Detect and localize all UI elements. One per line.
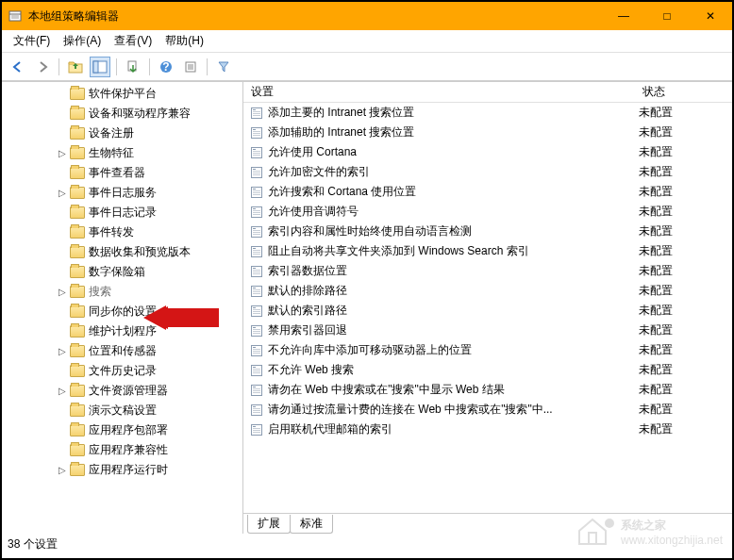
expander-collapsed-icon[interactable]: ▷ bbox=[57, 346, 68, 356]
tree-item[interactable]: ▷文件资源管理器 bbox=[2, 381, 242, 401]
tree-item[interactable]: 应用程序兼容性 bbox=[2, 440, 242, 460]
tree-item-label: 同步你的设置 bbox=[89, 304, 157, 320]
policy-setting-icon bbox=[249, 264, 264, 279]
svg-rect-68 bbox=[253, 313, 260, 314]
list-row[interactable]: 请勿通过按流量计费的连接在 Web 中搜索或在"搜索"中...未配置 bbox=[243, 400, 732, 420]
up-folder-button[interactable] bbox=[65, 57, 86, 77]
svg-rect-83 bbox=[253, 372, 260, 373]
tab-standard[interactable]: 标准 bbox=[290, 515, 333, 534]
maximize-button[interactable]: □ bbox=[645, 2, 689, 30]
tree-item[interactable]: ▷位置和传感器 bbox=[2, 341, 242, 361]
tree-item[interactable]: 文件历史记录 bbox=[2, 361, 242, 381]
list-row[interactable]: 阻止自动将共享文件夹添加到 Windows Search 索引未配置 bbox=[243, 241, 732, 261]
tree-item[interactable]: ▷生物特征 bbox=[2, 143, 242, 163]
tab-extended[interactable]: 扩展 bbox=[247, 515, 291, 534]
list-row[interactable]: 允许搜索和 Cortana 使用位置未配置 bbox=[243, 182, 732, 202]
list-row[interactable]: 允许使用音调符号未配置 bbox=[243, 202, 732, 222]
tree-item[interactable]: 维护计划程序 bbox=[2, 321, 242, 341]
folder-icon bbox=[70, 305, 85, 318]
forward-button[interactable] bbox=[32, 57, 53, 77]
expander-collapsed-icon[interactable]: ▷ bbox=[57, 287, 68, 297]
svg-rect-20 bbox=[253, 129, 256, 130]
filter-button[interactable] bbox=[213, 57, 234, 77]
list-row[interactable]: 允许加密文件的索引未配置 bbox=[243, 162, 732, 182]
menu-view[interactable]: 查看(V) bbox=[108, 31, 158, 51]
svg-rect-25 bbox=[253, 149, 256, 150]
svg-rect-6 bbox=[93, 61, 98, 73]
expander-collapsed-icon[interactable]: ▷ bbox=[57, 188, 68, 198]
svg-rect-65 bbox=[253, 307, 256, 308]
tree-item[interactable]: 数字保险箱 bbox=[2, 262, 242, 282]
minimize-button[interactable]: — bbox=[602, 2, 645, 30]
expander-collapsed-icon[interactable]: ▷ bbox=[57, 386, 68, 396]
svg-rect-46 bbox=[253, 230, 260, 231]
policy-setting-icon bbox=[249, 323, 264, 338]
properties-button[interactable] bbox=[180, 57, 201, 77]
list-row[interactable]: 禁用索引器回退未配置 bbox=[243, 321, 732, 340]
tree-item-label: 事件日志记录 bbox=[89, 205, 157, 221]
svg-rect-98 bbox=[253, 432, 260, 433]
tree-item[interactable]: 演示文稿设置 bbox=[2, 401, 242, 420]
setting-name: 添加辅助的 Intranet 搜索位置 bbox=[268, 124, 639, 140]
svg-rect-87 bbox=[253, 390, 260, 391]
show-tree-button[interactable] bbox=[90, 57, 110, 77]
setting-status: 未配置 bbox=[639, 204, 695, 220]
setting-status: 未配置 bbox=[639, 164, 695, 180]
export-list-button[interactable] bbox=[123, 57, 143, 77]
close-button[interactable]: ✕ bbox=[689, 2, 732, 30]
tree-item[interactable]: ▷事件日志服务 bbox=[2, 183, 242, 203]
help-button[interactable]: ? bbox=[156, 57, 176, 77]
titlebar: 本地组策略编辑器 — □ ✕ bbox=[2, 2, 732, 30]
svg-rect-33 bbox=[253, 174, 260, 175]
setting-status: 未配置 bbox=[639, 124, 695, 140]
svg-rect-93 bbox=[253, 412, 260, 413]
svg-rect-56 bbox=[253, 270, 260, 271]
svg-text:?: ? bbox=[162, 60, 169, 74]
list-row[interactable]: 默认的索引路径未配置 bbox=[243, 301, 732, 321]
list-row[interactable]: 不允许向库中添加可移动驱动器上的位置未配置 bbox=[243, 340, 732, 360]
back-button[interactable] bbox=[8, 57, 28, 77]
tree-item-label: 演示文稿设置 bbox=[89, 403, 157, 419]
list-row[interactable]: 添加主要的 Intranet 搜索位置未配置 bbox=[243, 103, 732, 123]
tree-item-label: 设备注册 bbox=[89, 125, 134, 141]
column-header-setting[interactable]: 设置 bbox=[243, 84, 635, 100]
policy-setting-icon bbox=[249, 284, 264, 299]
tree-item[interactable]: 设备和驱动程序兼容 bbox=[2, 104, 242, 124]
list-row[interactable]: 索引器数据位置未配置 bbox=[243, 261, 732, 281]
list-row[interactable]: 启用联机代理邮箱的索引未配置 bbox=[243, 420, 732, 439]
tree-item[interactable]: ▷搜索 bbox=[2, 282, 242, 302]
list-row[interactable]: 允许使用 Cortana未配置 bbox=[243, 142, 732, 162]
setting-status: 未配置 bbox=[639, 342, 695, 358]
list-row[interactable]: 索引内容和属性时始终使用自动语言检测未配置 bbox=[243, 222, 732, 241]
tree-item[interactable]: 同步你的设置 bbox=[2, 302, 242, 321]
tree-item[interactable]: 数据收集和预览版本 bbox=[2, 242, 242, 262]
tree-scroll[interactable]: 软件保护平台设备和驱动程序兼容设备注册▷生物特征事件查看器▷事件日志服务事件日志… bbox=[2, 82, 242, 534]
column-header-status[interactable]: 状态 bbox=[635, 84, 692, 100]
svg-rect-21 bbox=[253, 131, 260, 132]
tree-item[interactable]: ▷应用程序运行时 bbox=[2, 460, 242, 480]
list-row[interactable]: 默认的排除路径未配置 bbox=[243, 281, 732, 301]
tree-item[interactable]: 设备注册 bbox=[2, 124, 242, 143]
tabs-strip: 扩展 标准 bbox=[243, 513, 732, 534]
svg-rect-37 bbox=[253, 192, 260, 193]
setting-name: 阻止自动将共享文件夹添加到 Windows Search 索引 bbox=[268, 243, 639, 259]
folder-icon bbox=[70, 365, 85, 377]
expander-collapsed-icon[interactable]: ▷ bbox=[57, 148, 68, 158]
menu-help[interactable]: 帮助(H) bbox=[159, 31, 209, 51]
tree-item[interactable]: 应用程序包部署 bbox=[2, 420, 242, 440]
tree-item-label: 应用程序包部署 bbox=[89, 422, 168, 438]
svg-rect-85 bbox=[253, 387, 256, 387]
list-body[interactable]: 添加主要的 Intranet 搜索位置未配置添加辅助的 Intranet 搜索位… bbox=[243, 103, 732, 513]
menu-file[interactable]: 文件(F) bbox=[8, 31, 56, 51]
expander-collapsed-icon[interactable]: ▷ bbox=[57, 465, 68, 475]
menu-action[interactable]: 操作(A) bbox=[58, 31, 107, 51]
tree-item-label: 数据收集和预览版本 bbox=[89, 244, 191, 260]
tree-item[interactable]: 事件日志记录 bbox=[2, 203, 242, 222]
list-row[interactable]: 请勿在 Web 中搜索或在"搜索"中显示 Web 结果未配置 bbox=[243, 380, 732, 400]
tree-item[interactable]: 事件转发 bbox=[2, 222, 242, 242]
tree-item[interactable]: 事件查看器 bbox=[2, 163, 242, 183]
list-row[interactable]: 添加辅助的 Intranet 搜索位置未配置 bbox=[243, 123, 732, 142]
list-row[interactable]: 不允许 Web 搜索未配置 bbox=[243, 360, 732, 380]
svg-rect-75 bbox=[253, 347, 256, 348]
tree-item[interactable]: 软件保护平台 bbox=[2, 84, 242, 104]
